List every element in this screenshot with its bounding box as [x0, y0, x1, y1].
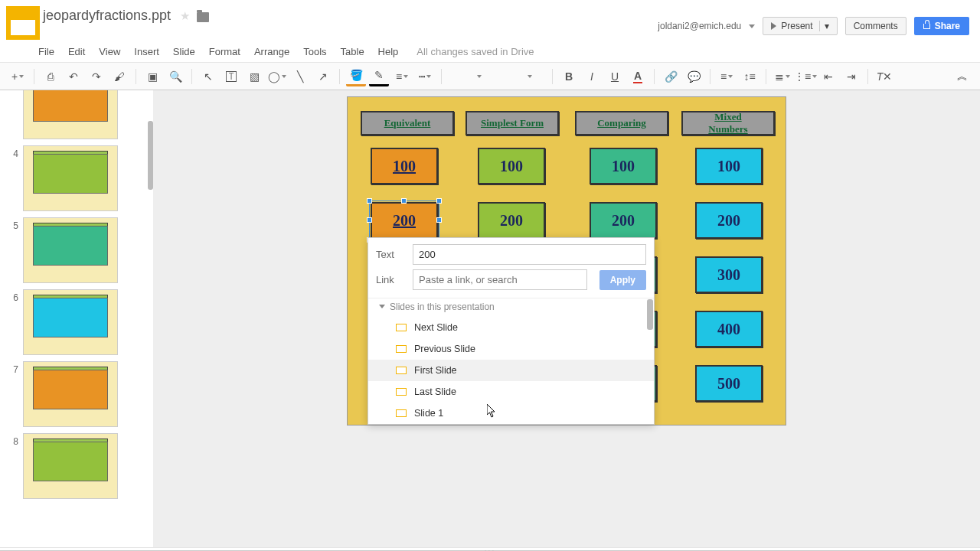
menu-slide[interactable]: Slide — [173, 46, 195, 57]
redo-icon[interactable]: ↷ — [87, 67, 106, 86]
menu-edit[interactable]: Edit — [68, 46, 85, 57]
jeopardy-cell[interactable]: 100 — [590, 148, 657, 184]
line-dash-icon[interactable]: ┅ — [415, 67, 435, 86]
menubar: File Edit View Insert Slide Format Arran… — [0, 43, 980, 63]
mouse-cursor — [487, 404, 496, 418]
slide-panel[interactable]: 4 5 6 7 8 — [0, 90, 153, 547]
arrow-icon[interactable]: ↗ — [313, 67, 333, 86]
menu-format[interactable]: Format — [209, 46, 240, 57]
jeopardy-cell[interactable]: 400 — [695, 311, 763, 347]
slide-thumbnail[interactable] — [23, 90, 118, 139]
category-header[interactable]: Equivalent — [361, 111, 454, 135]
slide-thumbnail[interactable] — [23, 433, 118, 499]
selection-box[interactable] — [369, 201, 439, 240]
link-text-input[interactable] — [413, 244, 646, 265]
share-button[interactable]: Share — [914, 17, 969, 35]
link-target-option[interactable]: Slide 1 — [368, 403, 654, 424]
slide-canvas[interactable]: EquivalentSimplest FormComparingMixedNum… — [153, 90, 980, 547]
thumb-number: 5 — [5, 217, 18, 231]
menu-table[interactable]: Table — [341, 46, 364, 57]
undo-icon[interactable]: ↶ — [64, 67, 83, 86]
textbox-icon[interactable]: 🅃 — [221, 67, 241, 86]
jeopardy-cell[interactable]: 200 — [590, 202, 657, 239]
menu-arrange[interactable]: Arrange — [254, 46, 289, 57]
scrollbar-thumb[interactable] — [148, 121, 153, 190]
user-email[interactable]: joldani2@emich.edu — [658, 21, 741, 31]
zoom-icon[interactable]: 🔍 — [165, 67, 185, 86]
jeopardy-cell[interactable]: 100 — [371, 148, 438, 184]
jeopardy-cell[interactable]: 300 — [695, 256, 763, 293]
star-icon[interactable]: ★ — [180, 9, 190, 22]
link-target-option[interactable]: Next Slide — [368, 317, 654, 338]
app-logo — [6, 6, 40, 40]
text-color-icon[interactable]: A — [628, 67, 648, 86]
slide-thumbnail[interactable] — [23, 217, 118, 283]
numbered-list-icon[interactable]: ≣ — [773, 67, 792, 86]
apply-button[interactable]: Apply — [599, 270, 646, 290]
font-select[interactable] — [448, 67, 509, 86]
slide-thumbnail[interactable] — [23, 145, 118, 211]
save-status: All changes saved in Drive — [416, 46, 534, 57]
indent-less-icon[interactable]: ⇤ — [818, 67, 838, 86]
category-header[interactable]: Comparing — [575, 111, 668, 135]
underline-icon[interactable]: U — [605, 67, 625, 86]
jeopardy-cell[interactable]: 100 — [478, 148, 545, 184]
category-header[interactable]: MixedNumbers — [681, 111, 775, 135]
jeopardy-cell[interactable]: 200 — [695, 202, 763, 239]
bold-icon[interactable]: B — [559, 67, 579, 86]
jeopardy-cell[interactable]: 100 — [695, 148, 763, 184]
menu-file[interactable]: File — [38, 46, 54, 57]
link-text-label: Text — [376, 249, 405, 260]
link-target-option[interactable]: Last Slide — [368, 381, 654, 403]
slide-icon — [396, 388, 407, 396]
jeopardy-cell[interactable]: 200 — [478, 202, 545, 239]
link-target-option[interactable]: Previous Slide — [368, 338, 654, 360]
line-color-icon[interactable]: ✎ — [369, 67, 389, 86]
fit-icon[interactable]: ▣ — [142, 67, 162, 86]
link-icon[interactable]: 🔗 — [661, 67, 681, 86]
shape-icon[interactable]: ◯ — [267, 67, 287, 86]
category-header[interactable]: Simplest Form — [466, 111, 559, 135]
slide-thumbnail[interactable] — [23, 361, 118, 427]
insert-link-popup: Text Link Apply Slides in this presentat… — [368, 237, 655, 425]
new-slide-button[interactable]: + — [8, 67, 28, 86]
font-size[interactable] — [512, 67, 546, 86]
present-caret-icon[interactable]: ▾ — [819, 21, 829, 31]
slide-icon — [396, 324, 407, 331]
slide-thumbnail[interactable] — [23, 289, 118, 355]
menu-help[interactable]: Help — [378, 46, 399, 57]
jeopardy-cell[interactable]: 500 — [695, 365, 763, 402]
thumb-number: 7 — [5, 361, 18, 375]
bulleted-list-icon[interactable]: ⋮≡ — [795, 67, 815, 86]
select-icon[interactable]: ↖ — [198, 67, 218, 86]
present-button[interactable]: Present ▾ — [763, 17, 837, 35]
thumb-number: 4 — [5, 145, 18, 159]
fill-color-icon[interactable]: 🪣 — [346, 67, 366, 86]
image-icon[interactable]: ▧ — [244, 67, 264, 86]
menu-view[interactable]: View — [99, 46, 120, 57]
present-label: Present — [781, 21, 812, 31]
paint-format-icon[interactable]: 🖌 — [109, 67, 129, 86]
caret-down-icon[interactable] — [749, 24, 755, 28]
menu-insert[interactable]: Insert — [134, 46, 159, 57]
folder-icon[interactable] — [197, 12, 209, 22]
link-target-option[interactable]: First Slide — [368, 360, 654, 381]
collapse-toolbar-icon[interactable]: ︽ — [952, 67, 972, 86]
slide-icon — [396, 345, 407, 353]
menu-tools[interactable]: Tools — [303, 46, 326, 57]
comments-button[interactable]: Comments — [845, 17, 906, 35]
doc-title[interactable]: jeopardyfractions.ppt — [43, 8, 171, 24]
thumb-number: 8 — [5, 433, 18, 447]
italic-icon[interactable]: I — [582, 67, 602, 86]
line-spacing-icon[interactable]: ↕≡ — [740, 67, 760, 86]
align-icon[interactable]: ≡ — [717, 67, 737, 86]
line-weight-icon[interactable]: ≡ — [392, 67, 412, 86]
link-url-label: Link — [376, 274, 405, 285]
line-icon[interactable]: ╲ — [290, 67, 310, 86]
print-icon[interactable]: ⎙ — [41, 67, 60, 86]
comment-icon[interactable]: 💬 — [684, 67, 704, 86]
indent-more-icon[interactable]: ⇥ — [841, 67, 861, 86]
link-url-input[interactable] — [413, 269, 587, 290]
clear-format-icon[interactable]: T✕ — [874, 67, 894, 86]
link-section-header[interactable]: Slides in this presentation — [368, 298, 654, 317]
